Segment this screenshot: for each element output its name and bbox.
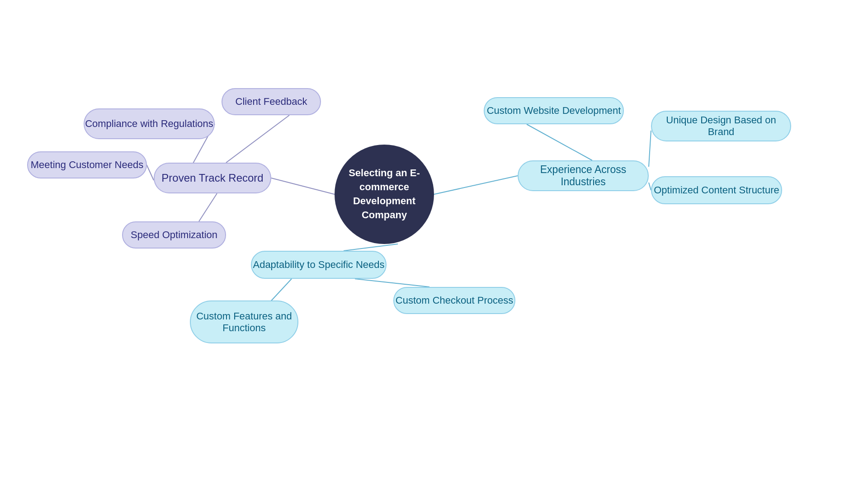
compliance-node: Compliance with Regulations [84,108,215,139]
proven-track-record-node: Proven Track Record [154,163,271,193]
experience-across-industries-node: Experience Across Industries [518,160,649,191]
svg-line-11 [355,279,429,287]
svg-line-4 [199,193,217,221]
custom-website-development-node: Custom Website Development [484,97,624,124]
unique-design-node: Unique Design Based on Brand [651,111,791,141]
svg-line-2 [226,115,289,163]
svg-line-9 [344,244,398,251]
svg-line-5 [434,176,518,194]
svg-line-3 [147,165,154,180]
speed-optimization-node: Speed Optimization [122,221,226,249]
svg-line-10 [271,279,292,301]
adaptability-node: Adaptability to Specific Needs [251,251,387,279]
svg-line-6 [527,124,592,160]
svg-line-0 [271,178,335,194]
svg-line-7 [649,131,651,167]
center-node: Selecting an E-commerce Development Comp… [335,145,434,244]
optimized-content-structure-node: Optimized Content Structure [651,176,782,204]
meeting-customer-needs-node: Meeting Customer Needs [27,151,147,178]
custom-features-node: Custom Features and Functions [190,300,298,343]
client-feedback-node: Client Feedback [222,88,321,115]
custom-checkout-node: Custom Checkout Process [393,287,515,314]
